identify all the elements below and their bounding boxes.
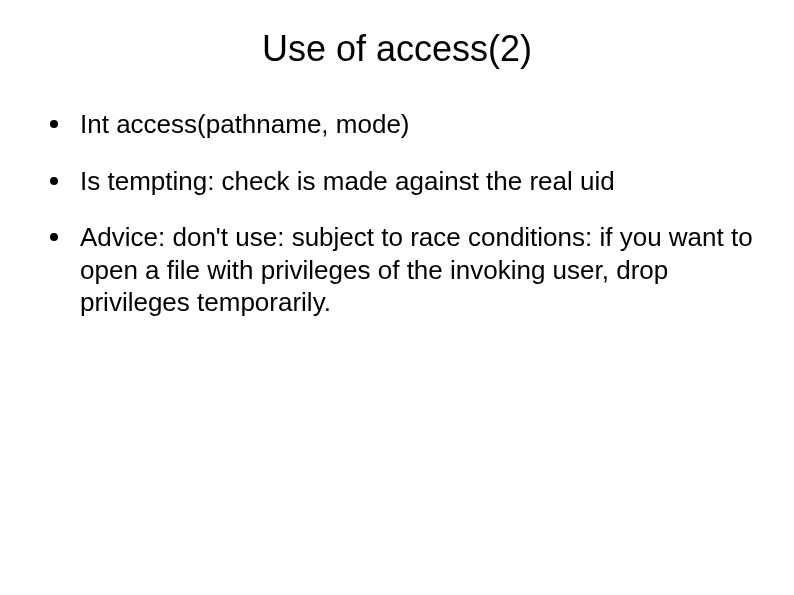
bullet-list: Int access(pathname, mode) Is tempting: … [40, 108, 754, 319]
bullet-text: Is tempting: check is made against the r… [80, 165, 615, 198]
bullet-icon [50, 177, 58, 185]
bullet-text: Advice: don't use: subject to race condi… [80, 221, 754, 319]
list-item: Int access(pathname, mode) [50, 108, 754, 141]
bullet-icon [50, 233, 58, 241]
bullet-text: Int access(pathname, mode) [80, 108, 410, 141]
bullet-icon [50, 120, 58, 128]
list-item: Is tempting: check is made against the r… [50, 165, 754, 198]
list-item: Advice: don't use: subject to race condi… [50, 221, 754, 319]
slide-title: Use of access(2) [40, 28, 754, 70]
